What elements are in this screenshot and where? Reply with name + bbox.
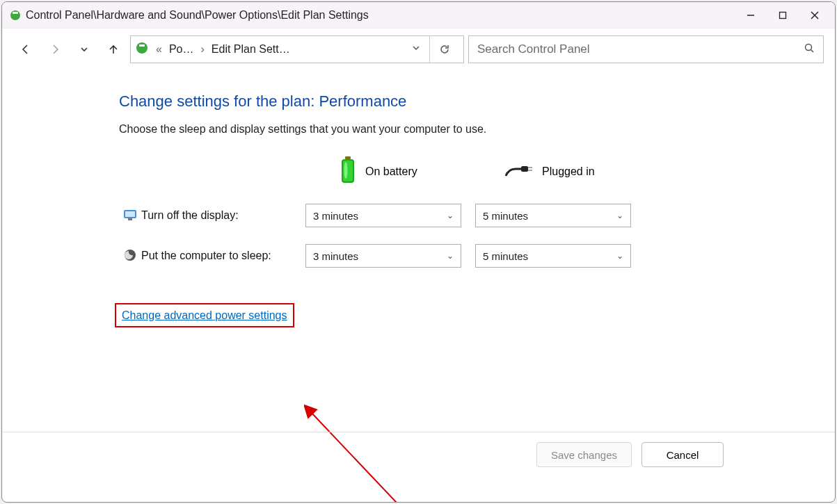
minimize-button[interactable] — [735, 3, 767, 28]
breadcrumb-item[interactable]: Edit Plan Sett… — [212, 43, 290, 56]
chevron-down-icon: ⌄ — [447, 211, 454, 220]
close-button[interactable] — [799, 3, 831, 28]
battery-icon — [339, 156, 357, 187]
svg-point-13 — [344, 162, 348, 179]
maximize-button[interactable] — [767, 3, 799, 28]
row-label-sleep: Put the computer to sleep: — [141, 250, 305, 262]
nav-toolbar: « Po… › Edit Plan Sett… Search Control P… — [2, 29, 835, 70]
sleep-icon — [123, 248, 137, 264]
address-bar[interactable]: « Po… › Edit Plan Sett… — [130, 35, 464, 63]
page-subtext: Choose the sleep and display settings th… — [119, 123, 835, 136]
display-plugged-select[interactable]: 5 minutes ⌄ — [475, 204, 631, 227]
recent-locations-button[interactable] — [72, 37, 97, 62]
display-battery-select[interactable]: 3 minutes ⌄ — [305, 204, 461, 227]
row-label-display: Turn off the display: — [141, 209, 305, 222]
column-header-battery: On battery — [305, 156, 464, 187]
back-button[interactable] — [13, 37, 38, 62]
svg-line-9 — [811, 49, 814, 52]
breadcrumb-overflow[interactable]: « — [152, 43, 166, 56]
sleep-battery-select[interactable]: 3 minutes ⌄ — [305, 244, 461, 268]
chevron-down-icon: ⌄ — [616, 251, 623, 261]
plug-icon — [504, 162, 534, 181]
save-changes-button: Save changes — [536, 442, 632, 467]
svg-point-8 — [806, 44, 812, 50]
advanced-power-settings-link[interactable]: Change advanced power settings — [119, 307, 290, 323]
svg-rect-10 — [345, 156, 351, 159]
chevron-down-icon: ⌄ — [616, 211, 623, 220]
footer-bar: Save changes Cancel — [2, 432, 835, 467]
power-options-icon — [9, 9, 22, 22]
svg-point-6 — [136, 42, 148, 54]
svg-rect-14 — [521, 166, 528, 172]
search-input[interactable]: Search Control Panel — [468, 35, 824, 63]
up-button[interactable] — [101, 37, 126, 62]
address-dropdown[interactable] — [411, 43, 427, 56]
forward-button[interactable] — [42, 37, 67, 62]
svg-rect-3 — [780, 12, 786, 18]
search-placeholder: Search Control Panel — [477, 42, 804, 56]
column-header-plugged: Plugged in — [478, 162, 637, 181]
display-icon — [122, 207, 138, 225]
sleep-plugged-select[interactable]: 5 minutes ⌄ — [475, 244, 631, 268]
titlebar: Control Panel\Hardware and Sound\Power O… — [2, 2, 835, 29]
svg-rect-1 — [13, 12, 18, 14]
search-icon — [804, 42, 815, 57]
chevron-down-icon: ⌄ — [447, 251, 454, 261]
window-title: Control Panel\Hardware and Sound\Power O… — [26, 9, 369, 22]
main-content: Change settings for the plan: Performanc… — [2, 70, 835, 502]
power-options-icon — [135, 41, 149, 58]
page-heading: Change settings for the plan: Performanc… — [119, 92, 835, 111]
refresh-button[interactable] — [429, 36, 459, 63]
svg-rect-19 — [128, 218, 132, 220]
svg-rect-18 — [125, 211, 135, 217]
breadcrumb-item[interactable]: Po… — [169, 43, 194, 56]
svg-rect-7 — [139, 44, 145, 47]
cancel-button[interactable]: Cancel — [641, 442, 724, 467]
window-frame: Control Panel\Hardware and Sound\Power O… — [1, 1, 836, 503]
breadcrumb-separator: › — [196, 43, 208, 56]
